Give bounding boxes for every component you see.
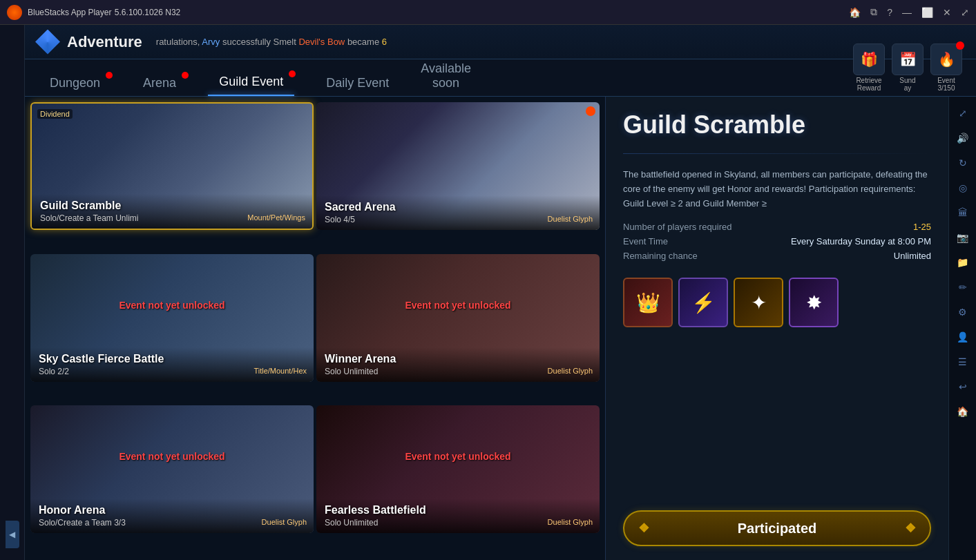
honor-arena-locked-text: Event not yet unlocked xyxy=(119,451,224,462)
card-overlay-honor: Honor Arena Solo/Create a Team 3/3 xyxy=(30,499,314,533)
winner-arena-locked-text: Event not yet unlocked xyxy=(405,300,510,311)
sacred-arena-badge xyxy=(586,106,595,116)
close-icon[interactable]: ✕ xyxy=(943,7,951,18)
panel-info-grid: Number of players required 1-25 Event Ti… xyxy=(623,222,931,261)
tab-available-soon[interactable]: Available soon xyxy=(421,61,471,96)
card-title-winner-arena: Winner Arena xyxy=(325,353,591,365)
reward-icon-3: ✦ xyxy=(734,278,783,327)
tab-daily-event[interactable]: Daily Event xyxy=(315,70,400,96)
main-content: Adventure ratulations, Arvy successfully… xyxy=(25,25,976,560)
card-overlay-sky: Sky Castle Fierce Battle Solo 2/2 xyxy=(30,347,314,382)
detail-panel: Guild Scramble The battlefield opened in… xyxy=(605,97,948,560)
app-name: BlueStacks App Player xyxy=(28,8,111,17)
reward-icon-4: ✸ xyxy=(789,278,839,327)
title-bar: BlueStacks App Player 5.6.100.1026 N32 🏠… xyxy=(0,0,976,25)
card-overlay: Guild Scramble Solo/Create a Team Unlimi xyxy=(32,194,312,229)
rs-layers-icon[interactable]: ☰ xyxy=(953,352,973,371)
event-card-honor-arena[interactable]: Event not yet unlocked Honor Arena Solo/… xyxy=(30,405,314,533)
sunday-btn[interactable]: 📅 Sunday xyxy=(892,44,924,92)
arena-badge xyxy=(182,72,189,79)
rs-expand-icon[interactable]: ⤢ xyxy=(953,104,973,123)
app-version: 5.6.100.1026 N32 xyxy=(115,8,180,17)
header: Adventure ratulations, Arvy successfully… xyxy=(25,25,976,59)
event-card-sky-castle[interactable]: Event not yet unlocked Sky Castle Fierce… xyxy=(30,254,314,382)
card-label-dividend: Dividend xyxy=(37,109,73,119)
retrieve-reward-btn[interactable]: 🎁 RetrieveReward xyxy=(853,44,885,92)
info-label-players: Number of players required xyxy=(623,222,732,232)
rs-home-icon[interactable]: 🏠 xyxy=(953,402,973,421)
card-title-honor-arena: Honor Arena xyxy=(39,504,305,516)
rs-building-icon[interactable]: 🏛 xyxy=(953,203,973,222)
rs-location-icon[interactable]: ◎ xyxy=(953,178,973,197)
logo-area: Adventure xyxy=(35,30,142,55)
rs-folder-icon[interactable]: 📁 xyxy=(953,253,973,272)
event-btn[interactable]: 🔥 Event3/150 xyxy=(930,44,962,92)
rs-user-icon[interactable]: 👤 xyxy=(953,327,973,347)
card-title-sky-castle: Sky Castle Fierce Battle xyxy=(39,353,305,365)
announcement-number: 6 xyxy=(382,37,387,47)
rs-back-icon[interactable]: ↩ xyxy=(953,377,973,396)
announcement-item: Devil's Bow xyxy=(298,37,345,47)
rs-camera-icon[interactable]: 📷 xyxy=(953,228,973,247)
card-reward-honor-arena: Duelist Glyph xyxy=(262,518,307,526)
card-title-sacred-arena: Sacred Arena xyxy=(325,201,591,213)
info-value-players: 1-25 xyxy=(746,222,931,232)
event-grid: Dividend Guild Scramble Solo/Create a Te… xyxy=(25,97,605,560)
app-container: ◀ Adventure ratulations, Arvy successful… xyxy=(0,25,976,560)
announcement-prefix: ratulations, xyxy=(156,37,200,47)
card-reward-sky-castle: Title/Mount/Hex xyxy=(253,367,307,375)
info-value-event-time: Every Saturday Sunday at 8:00 PM xyxy=(746,236,931,247)
rs-volume-icon[interactable]: 🔊 xyxy=(953,128,973,148)
top-right-icons: 🎁 RetrieveReward 📅 Sunday 🔥 Event3/150 xyxy=(853,44,962,96)
announcement-player: Arvy xyxy=(202,37,220,47)
participate-button[interactable]: Participated xyxy=(623,510,931,546)
tab-dungeon[interactable]: Dungeon xyxy=(39,70,111,96)
restore-icon[interactable]: ⬜ xyxy=(921,7,933,18)
announcement-middle: successfully Smelt xyxy=(222,37,299,47)
event-card-guild-scramble[interactable]: Dividend Guild Scramble Solo/Create a Te… xyxy=(30,102,314,230)
guild-event-badge xyxy=(289,70,296,77)
body-area: Dividend Guild Scramble Solo/Create a Te… xyxy=(25,97,976,560)
tab-arena[interactable]: Arena xyxy=(132,70,187,96)
card-reward-guild-scramble: Mount/Pet/Wings xyxy=(247,213,305,222)
card-overlay-fearless: Fearless Battlefield Solo Unlimited xyxy=(316,499,600,533)
panel-description: The battlefield opened in Skyland, all m… xyxy=(623,168,931,211)
event-card-sacred-arena[interactable]: Sacred Arena Solo 4/5 Duelist Glyph xyxy=(316,102,600,230)
participate-label: Participated xyxy=(738,521,816,537)
right-sidebar: ⤢ 🔊 ↻ ◎ 🏛 📷 📁 ✏ ⚙ 👤 ☰ ↩ 🏠 xyxy=(948,97,976,560)
card-overlay-sacred: Sacred Arena Solo 4/5 xyxy=(316,195,600,230)
multi-window-icon[interactable]: ⧉ xyxy=(870,6,877,18)
nav-tabs: Dungeon Arena Guild Event Daily Event Av… xyxy=(25,59,976,97)
rs-refresh-icon[interactable]: ↻ xyxy=(953,153,973,173)
info-label-event-time: Event Time xyxy=(623,236,732,247)
app-logo xyxy=(7,5,22,20)
expand-icon[interactable]: ⤢ xyxy=(961,7,969,18)
sidebar-collapse-arrow[interactable]: ◀ xyxy=(6,521,19,548)
card-reward-sacred-arena: Duelist Glyph xyxy=(548,215,593,223)
window-controls: 🏠 ⧉ ? — ⬜ ✕ ⤢ xyxy=(849,6,969,18)
card-overlay-winner: Winner Arena Solo Unlimited xyxy=(316,347,600,382)
fearless-locked-text: Event not yet unlocked xyxy=(405,451,510,462)
card-reward-winner-arena: Duelist Glyph xyxy=(548,367,593,375)
panel-divider xyxy=(623,153,931,154)
help-icon[interactable]: ? xyxy=(887,7,892,18)
reward-row: 👑 ⚡ ✦ ✸ xyxy=(623,278,931,327)
adventure-logo-icon xyxy=(35,30,60,55)
tab-guild-event[interactable]: Guild Event xyxy=(208,69,294,96)
rs-settings-icon[interactable]: ⚙ xyxy=(953,302,973,322)
sky-castle-locked-text: Event not yet unlocked xyxy=(119,300,224,311)
announcement-suffix: became xyxy=(347,37,382,47)
rs-edit-icon[interactable]: ✏ xyxy=(953,278,973,297)
adventure-title: Adventure xyxy=(67,33,142,51)
event-badge xyxy=(956,41,964,50)
info-label-remaining: Remaining chance xyxy=(623,251,732,261)
event-card-winner-arena[interactable]: Event not yet unlocked Winner Arena Solo… xyxy=(316,254,600,382)
card-title-guild-scramble: Guild Scramble xyxy=(40,200,304,212)
event-card-fearless[interactable]: Event not yet unlocked Fearless Battlefi… xyxy=(316,405,600,533)
reward-icon-2: ⚡ xyxy=(678,278,728,327)
minimize-icon[interactable]: — xyxy=(902,7,912,18)
reward-icon-1: 👑 xyxy=(623,278,673,327)
home-nav-icon[interactable]: 🏠 xyxy=(849,7,861,18)
card-title-fearless: Fearless Battlefield xyxy=(325,504,591,516)
left-sidebar: ◀ xyxy=(0,25,25,560)
